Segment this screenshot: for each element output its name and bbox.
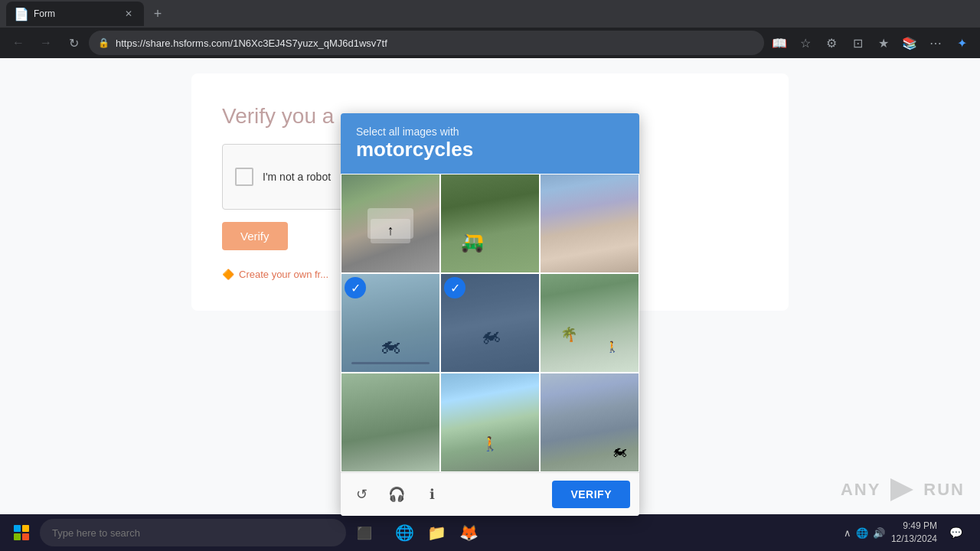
lock-icon: 🔒 [98,37,109,48]
captcha-cell-1[interactable]: 🛺 [440,174,540,273]
taskbar-search-input[interactable] [52,527,334,539]
recaptcha-label: I'm not a robot [263,171,331,183]
hubspot-icon: 🔶 [222,269,234,280]
captcha-footer: ↺ 🎧 ℹ VERIFY [341,472,639,516]
audio-icon-button[interactable]: 🎧 [385,483,408,506]
captcha-cell-4[interactable]: ✓ 🏍 [440,273,540,373]
taskbar-edge-app[interactable]: 🌐 [389,517,420,548]
anyrun-subtext: RUN [923,480,965,500]
favorites-bar-button[interactable]: ★ [871,31,896,55]
tray-time[interactable]: 9:49 PM 12/13/2024 [891,520,937,546]
svg-marker-0 [890,478,913,501]
taskbar-search[interactable] [40,519,346,546]
tab-title: Form [34,8,116,19]
refresh-button[interactable]: ↻ [61,31,86,55]
address-url: https://share.hsforms.com/1N6Xc3EJ4S7yuz… [116,37,755,49]
start-button[interactable] [6,517,37,548]
anyrun-logo [887,474,917,505]
info-icon-button[interactable]: ℹ [420,483,443,506]
captcha-footer-icons: ↺ 🎧 ℹ [350,483,443,506]
tab-favicon: 📄 [15,8,28,20]
taskbar-file-explorer-app[interactable]: 📁 [421,517,452,548]
tab-bar: 📄 Form ✕ + [0,0,980,28]
forward-button[interactable]: → [34,31,58,55]
captcha-cell-5[interactable]: 🌴 🚶 [540,273,639,373]
back-button[interactable]: ← [6,31,31,55]
browser-settings-button[interactable]: ⋯ [923,31,948,55]
task-view-icon: ⬛ [357,526,372,540]
taskbar-firefox-app[interactable]: 🦊 [453,517,484,548]
captcha-cell-6[interactable] [341,373,440,472]
notification-center-button[interactable]: 💬 [943,520,968,545]
recaptcha-checkbox[interactable] [235,168,253,186]
captcha-header: Select all images with motorcycles [341,113,639,174]
captcha-select-text: Select all images with [356,126,624,138]
file-explorer-icon: 📁 [427,523,446,542]
tray-up-arrow-icon[interactable]: ∧ [844,527,851,539]
captcha-verify-button[interactable]: VERIFY [552,481,630,508]
captcha-cell-8[interactable]: 🏍 [540,373,639,472]
captcha-subject-text: motorcycles [356,138,624,161]
copilot-button[interactable]: ✦ [949,31,974,55]
checkmark-3: ✓ [345,277,366,298]
read-aloud-button[interactable]: 📖 [767,31,792,55]
extensions-button[interactable]: ⚙ [819,31,844,55]
captcha-cell-0[interactable]: ↑ [341,174,440,273]
address-bar[interactable]: 🔒 https://share.hsforms.com/1N6Xc3EJ4S7y… [89,31,764,55]
tab-close-button[interactable]: ✕ [122,8,135,20]
task-view-button[interactable]: ⬛ [349,517,380,548]
tray-volume-icon[interactable]: 🔊 [873,527,885,539]
anyrun-watermark: ANY RUN [841,474,965,505]
taskbar-tray: ∧ 🌐 🔊 9:49 PM 12/13/2024 💬 [844,520,974,546]
new-tab-button[interactable]: + [147,3,168,24]
windows-logo-icon [14,525,29,540]
page-content: Verify you a I'm not a robot ♻ reCAPTCHA… [0,58,980,514]
checkmark-4: ✓ [444,277,466,298]
captcha-cell-3[interactable]: ✓ 🏍 [341,273,440,373]
tray-network-icon: 🌐 [856,527,868,539]
active-tab[interactable]: 📄 Form ✕ [6,2,144,26]
toolbar: ← → ↻ 🔒 https://share.hsforms.com/1N6Xc3… [0,28,980,58]
taskbar: ⬛ 🌐 📁 🦊 ∧ 🌐 🔊 9:49 PM 12/13/2024 💬 [0,514,980,551]
firefox-icon: 🦊 [459,523,479,542]
captcha-grid: ↑ 🛺 ✓ 🏍 ✓ [341,174,639,472]
anyrun-text: ANY [841,480,880,500]
browser-chrome: 📄 Form ✕ + ← → ↻ 🔒 https://share.hsforms… [0,0,980,58]
notification-icon: 💬 [949,527,962,539]
verify-button[interactable]: Verify [222,222,288,250]
split-screen-button[interactable]: ⊡ [845,31,870,55]
edge-icon: 🌐 [395,523,414,542]
favorites-button[interactable]: ☆ [793,31,818,55]
captcha-cell-2[interactable] [540,174,639,273]
tray-icons: ∧ 🌐 🔊 [844,527,885,539]
refresh-icon-button[interactable]: ↺ [350,483,373,506]
captcha-dialog: Select all images with motorcycles ↑ 🛺 [341,113,639,516]
taskbar-apps: 🌐 📁 🦊 [389,517,484,548]
collections-button[interactable]: 📚 [897,31,922,55]
toolbar-actions: 📖 ☆ ⚙ ⊡ ★ 📚 ⋯ ✦ [767,31,974,55]
create-form-text: Create your own fr... [239,269,328,280]
captcha-cell-7[interactable]: 🚶 [440,373,540,472]
